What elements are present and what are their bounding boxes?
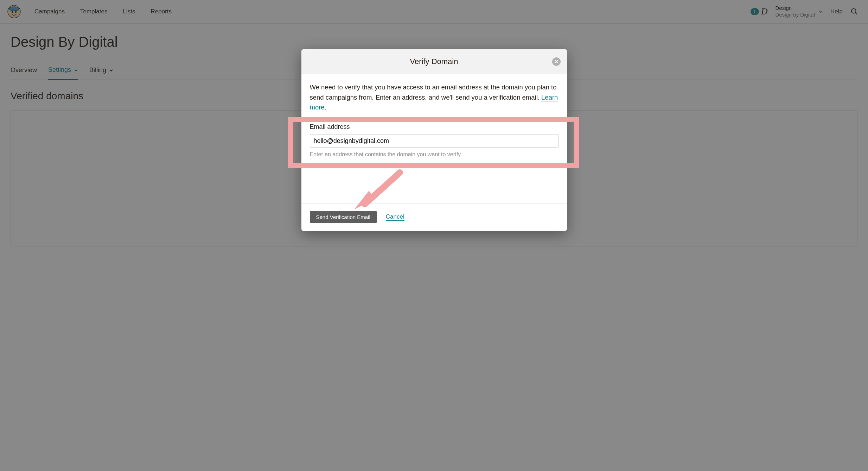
modal-footer: Send Verification Email Cancel [301, 203, 567, 231]
modal-header: Verify Domain [301, 49, 567, 74]
modal-title: Verify Domain [410, 57, 458, 66]
verify-domain-modal: Verify Domain We need to verify that you… [301, 49, 567, 231]
modal-description: We need to verify that you have access t… [310, 82, 559, 113]
modal-body: We need to verify that you have access t… [301, 74, 567, 203]
cancel-link[interactable]: Cancel [386, 213, 404, 221]
modal-overlay: Verify Domain We need to verify that you… [0, 0, 868, 471]
send-verification-button[interactable]: Send Verification Email [310, 211, 377, 223]
email-field-label: Email address [310, 123, 559, 131]
email-help-text: Enter an address that contains the domai… [310, 151, 559, 158]
close-icon[interactable] [552, 57, 561, 66]
email-input[interactable] [310, 134, 559, 148]
